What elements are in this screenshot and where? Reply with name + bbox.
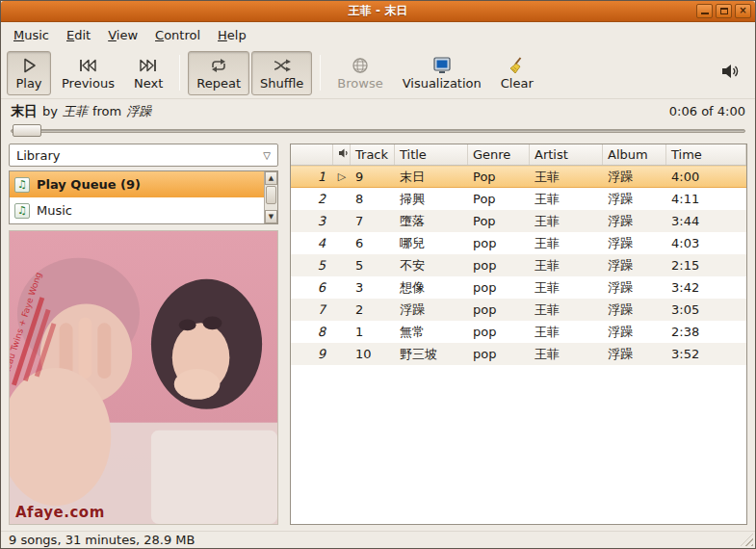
- queue-position: 3: [291, 214, 333, 228]
- cell-album: 浮躁: [603, 191, 666, 208]
- main-content: Library ▽ ♫ Play Queue (9) ♫ Music ▲ ▼: [1, 138, 755, 531]
- cell-title: 想像: [395, 279, 468, 297]
- genre-column-header[interactable]: Genre: [468, 144, 530, 165]
- source-list-scrollbar[interactable]: ▲ ▼: [264, 171, 277, 223]
- cell-genre: pop: [468, 302, 530, 317]
- cell-genre: pop: [468, 325, 530, 339]
- cell-track: 2: [351, 302, 395, 317]
- titlebar[interactable]: 王菲 - 末日 ×: [1, 1, 755, 22]
- elapsed-time: 0:06 of 4:00: [669, 104, 745, 118]
- toolbar: Play Previous Next Repeat Shuffle: [1, 47, 755, 99]
- cell-album: 浮躁: [603, 169, 666, 186]
- cell-artist: 王菲: [530, 213, 603, 230]
- cell-album: 浮躁: [603, 235, 666, 252]
- scrollbar-trough[interactable]: [265, 185, 277, 210]
- scroll-down-icon[interactable]: ▼: [265, 210, 277, 223]
- table-row[interactable]: 9 10 野三坡 pop 王菲 浮躁 3:52: [291, 343, 746, 365]
- cell-title: 墮落: [395, 213, 468, 230]
- play-button[interactable]: Play: [7, 51, 51, 95]
- close-button[interactable]: ×: [735, 4, 751, 18]
- now-playing-bar: 末日 by 王菲 from 浮躁 0:06 of 4:00: [1, 99, 755, 122]
- menu-control[interactable]: Control: [146, 24, 209, 46]
- cell-title: 不安: [395, 257, 468, 274]
- cell-title: 無常: [395, 324, 468, 341]
- table-row[interactable]: 7 2 浮躁 pop 王菲 浮躁 3:05: [291, 299, 746, 321]
- sidebar-source-item[interactable]: ♫ Music: [10, 197, 264, 223]
- shuffle-button[interactable]: Shuffle: [251, 51, 312, 95]
- menu-music[interactable]: Music: [5, 24, 58, 46]
- maximize-button[interactable]: [716, 4, 732, 18]
- window-title: 王菲 - 末日: [1, 3, 755, 19]
- resize-grip[interactable]: [741, 534, 753, 546]
- table-row[interactable]: 5 5 不安 pop 王菲 浮躁 2:15: [291, 254, 746, 276]
- sidebar-source-label: Play Queue (9): [37, 177, 141, 192]
- source-selector-dropdown[interactable]: Library ▽: [9, 144, 278, 167]
- album-column-header[interactable]: Album: [603, 144, 666, 165]
- menu-view[interactable]: View: [99, 24, 146, 46]
- album-watermark: Afaye.com: [15, 504, 105, 521]
- table-row[interactable]: 3 7 墮落 Pop 王菲 浮躁 3:44: [291, 210, 746, 232]
- previous-icon: [77, 56, 98, 75]
- cell-title: 野三坡: [395, 346, 468, 363]
- table-row[interactable]: 6 3 想像 pop 王菲 浮躁 3:42: [291, 276, 746, 299]
- album-art-image: Cocteau Twins + Faye Wong: [10, 231, 277, 524]
- cell-album: 浮躁: [603, 346, 666, 363]
- statusbar-text: 9 songs, 31 minutes, 28.9 MB: [9, 533, 195, 547]
- statusbar: 9 songs, 31 minutes, 28.9 MB: [1, 531, 755, 548]
- now-playing-album: 浮躁: [126, 103, 151, 120]
- next-button[interactable]: Next: [125, 51, 171, 95]
- cell-time: 3:52: [666, 347, 746, 361]
- previous-button[interactable]: Previous: [53, 51, 123, 95]
- table-row[interactable]: 4 6 哪兒 pop 王菲 浮躁 4:03: [291, 232, 746, 254]
- track-table: Track Title Genre Artist Album Time 1 ▷ …: [290, 144, 747, 525]
- track-column-header[interactable]: Track: [351, 144, 395, 165]
- cell-track: 6: [351, 236, 395, 250]
- next-icon: [138, 56, 159, 75]
- volume-button[interactable]: [711, 59, 749, 87]
- scroll-up-icon[interactable]: ▲: [265, 171, 277, 185]
- visualization-button[interactable]: Visualization: [394, 51, 490, 95]
- previous-label: Previous: [62, 76, 115, 91]
- seek-track[interactable]: [11, 129, 745, 133]
- playing-column-header[interactable]: [333, 144, 351, 165]
- scrollbar-thumb[interactable]: [266, 186, 276, 204]
- shuffle-label: Shuffle: [260, 76, 303, 91]
- menu-edit[interactable]: Edit: [58, 24, 99, 46]
- time-column-header[interactable]: Time: [666, 144, 746, 165]
- cell-title: 哪兒: [395, 235, 468, 252]
- minimize-button[interactable]: [696, 4, 713, 18]
- next-label: Next: [134, 76, 163, 91]
- play-label: Play: [15, 76, 41, 91]
- now-playing-by: by: [42, 104, 58, 118]
- cell-artist: 王菲: [530, 324, 603, 341]
- table-row[interactable]: 8 1 無常 pop 王菲 浮躁 2:38: [291, 321, 746, 343]
- table-row[interactable]: 1 ▷ 9 末日 Pop 王菲 浮躁 4:00: [291, 166, 746, 188]
- cell-artist: 王菲: [530, 257, 603, 274]
- queue-position: 6: [291, 280, 333, 295]
- cell-genre: pop: [468, 258, 530, 273]
- cell-album: 浮躁: [603, 324, 666, 341]
- repeat-button[interactable]: Repeat: [188, 51, 249, 95]
- seek-handle[interactable]: [13, 124, 41, 137]
- sidebar-source-item[interactable]: ♫ Play Queue (9): [10, 171, 264, 197]
- position-column-header[interactable]: [291, 144, 333, 165]
- now-playing-from: from: [92, 104, 121, 118]
- clear-broom-icon: [508, 56, 527, 75]
- artist-column-header[interactable]: Artist: [530, 144, 603, 165]
- track-rows: 1 ▷ 9 末日 Pop 王菲 浮躁 4:00 2 8 掃興 Pop 王菲 浮躁…: [291, 166, 746, 524]
- cell-time: 2:15: [666, 258, 746, 273]
- cell-genre: pop: [468, 280, 530, 295]
- browse-globe-icon: [351, 56, 370, 75]
- table-row[interactable]: 2 8 掃興 Pop 王菲 浮躁 4:11: [291, 188, 746, 210]
- cell-track: 5: [351, 258, 395, 273]
- clear-button[interactable]: Clear: [492, 51, 542, 95]
- cell-time: 3:42: [666, 280, 746, 295]
- title-column-header[interactable]: Title: [395, 144, 468, 165]
- menubar: Music Edit View Control Help: [1, 22, 755, 47]
- cell-genre: pop: [468, 347, 530, 361]
- menu-help[interactable]: Help: [209, 24, 255, 46]
- now-playing-artist: 王菲: [63, 103, 88, 120]
- queue-position: 4: [291, 236, 333, 250]
- seek-slider[interactable]: [1, 122, 755, 138]
- cell-track: 10: [351, 347, 395, 361]
